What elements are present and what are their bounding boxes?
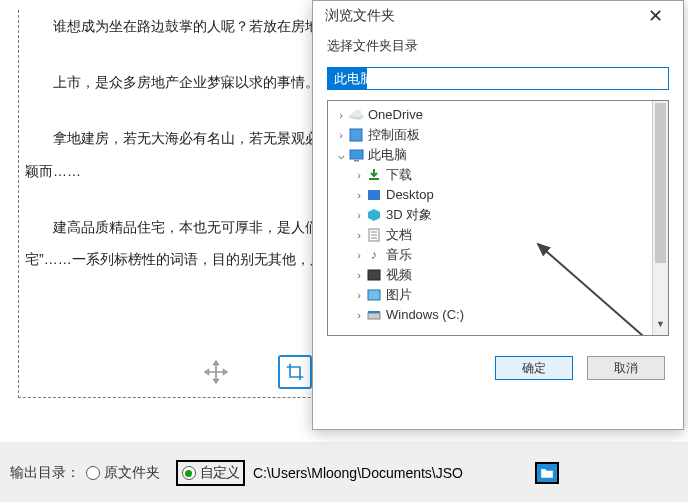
tree-item-videos[interactable]: › 视频 (328, 265, 668, 285)
cube-icon (366, 207, 382, 223)
svg-rect-11 (368, 313, 380, 319)
tree-item-pictures[interactable]: › 图片 (328, 285, 668, 305)
svg-rect-12 (368, 311, 380, 313)
svg-rect-2 (350, 150, 363, 159)
radio-custom-folder[interactable]: 自定义 (182, 464, 239, 482)
tree-item-control-panel[interactable]: › 控制面板 (328, 125, 668, 145)
cancel-button[interactable]: 取消 (587, 356, 665, 380)
picture-icon (366, 287, 382, 303)
tree-item-this-pc[interactable]: ⌵ 此电脑 (328, 145, 668, 165)
folder-tree[interactable]: ▲ ▼ › ☁️ OneDrive › 控制面板 ⌵ 此 (327, 100, 669, 336)
tree-item-documents[interactable]: › 文档 (328, 225, 668, 245)
radio-custom-highlight: 自定义 (176, 460, 245, 486)
download-icon (366, 167, 382, 183)
svg-rect-1 (350, 129, 362, 141)
close-icon[interactable]: ✕ (635, 7, 675, 25)
control-panel-icon (348, 127, 364, 143)
svg-rect-4 (368, 190, 380, 200)
tree-item-onedrive[interactable]: › ☁️ OneDrive (328, 105, 668, 125)
tree-item-downloads[interactable]: › 下载 (328, 165, 668, 185)
move-icon[interactable] (199, 355, 233, 389)
folder-name-input[interactable] (327, 67, 669, 90)
svg-rect-9 (368, 270, 380, 280)
tree-item-desktop[interactable]: › Desktop (328, 185, 668, 205)
cloud-icon: ☁️ (348, 107, 364, 123)
tree-item-music[interactable]: › ♪ 音乐 (328, 245, 668, 265)
music-icon: ♪ (366, 247, 382, 263)
svg-rect-3 (354, 160, 359, 162)
tree-item-c-drive[interactable]: › Windows (C:) (328, 305, 668, 325)
dialog-title: 浏览文件夹 (325, 7, 395, 25)
computer-icon (348, 147, 364, 163)
output-path-input[interactable] (251, 464, 531, 482)
browse-folder-dialog: 浏览文件夹 ✕ 选择文件夹目录 ▲ ▼ › ☁️ OneDrive › 控制面板 (312, 0, 684, 430)
document-icon (366, 227, 382, 243)
output-label: 输出目录： (10, 464, 80, 482)
desktop-icon (366, 187, 382, 203)
crop-icon[interactable] (278, 355, 312, 389)
radio-original-folder[interactable]: 原文件夹 (86, 464, 160, 482)
chevron-down-icon[interactable]: ⌵ (334, 145, 348, 165)
tree-item-3d-objects[interactable]: › 3D 对象 (328, 205, 668, 225)
output-bar: 输出目录： 原文件夹 自定义 (0, 460, 688, 486)
video-icon (366, 267, 382, 283)
ok-button[interactable]: 确定 (495, 356, 573, 380)
browse-folder-button[interactable] (535, 462, 559, 484)
dialog-subtitle: 选择文件夹目录 (313, 31, 683, 61)
drive-icon (366, 307, 382, 323)
svg-rect-10 (368, 290, 380, 300)
